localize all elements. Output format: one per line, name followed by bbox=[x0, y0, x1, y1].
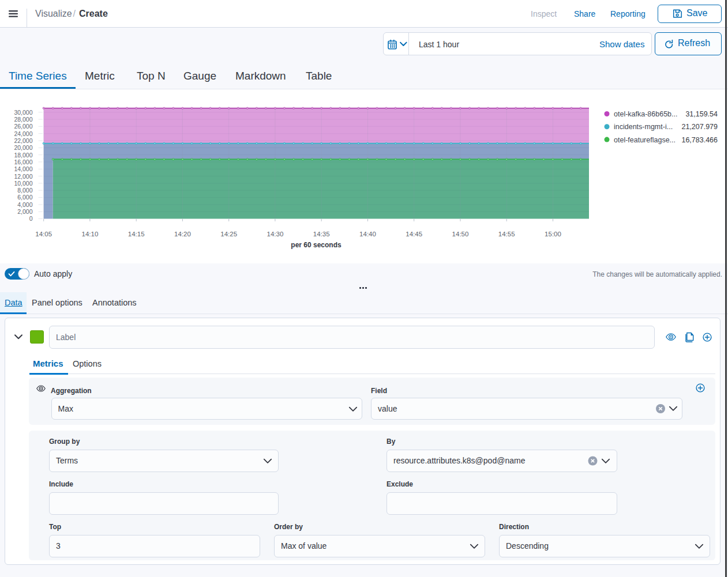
svg-text:6,000: 6,000 bbox=[17, 194, 32, 201]
svg-text:14:35: 14:35 bbox=[313, 231, 330, 237]
svg-text:8,000: 8,000 bbox=[17, 187, 32, 194]
svg-text:15:00: 15:00 bbox=[545, 231, 561, 237]
svg-text:20,000: 20,000 bbox=[14, 144, 32, 151]
svg-text:14:45: 14:45 bbox=[406, 231, 422, 237]
svg-text:14:20: 14:20 bbox=[174, 231, 191, 237]
svg-text:0: 0 bbox=[29, 215, 33, 222]
svg-text:14:25: 14:25 bbox=[220, 231, 237, 237]
svg-text:10,000: 10,000 bbox=[14, 180, 32, 187]
svg-text:per 60 seconds: per 60 seconds bbox=[291, 241, 342, 249]
svg-text:24,000: 24,000 bbox=[14, 130, 32, 137]
svg-text:30,000: 30,000 bbox=[14, 109, 32, 116]
svg-text:31,159.54: 31,159.54 bbox=[685, 110, 718, 118]
svg-text:18,000: 18,000 bbox=[14, 152, 32, 159]
svg-text:14:30: 14:30 bbox=[267, 231, 284, 237]
svg-text:14:05: 14:05 bbox=[35, 231, 52, 237]
svg-text:otel-kafka-86b65b...: otel-kafka-86b65b... bbox=[614, 110, 678, 118]
svg-text:14:10: 14:10 bbox=[82, 231, 99, 237]
svg-text:28,000: 28,000 bbox=[14, 116, 32, 123]
svg-text:14:55: 14:55 bbox=[498, 231, 515, 237]
svg-text:2,000: 2,000 bbox=[17, 208, 32, 215]
svg-text:4,000: 4,000 bbox=[17, 201, 32, 208]
svg-text:otel-featureflagse...: otel-featureflagse... bbox=[614, 136, 676, 144]
svg-text:22,000: 22,000 bbox=[14, 137, 32, 144]
svg-text:16,000: 16,000 bbox=[14, 159, 32, 165]
svg-text:14:15: 14:15 bbox=[128, 231, 145, 237]
svg-text:14:40: 14:40 bbox=[359, 231, 376, 237]
svg-text:incidents-mgmt-i...: incidents-mgmt-i... bbox=[614, 123, 673, 131]
svg-text:16,783.466: 16,783.466 bbox=[681, 136, 718, 144]
svg-text:21,207.979: 21,207.979 bbox=[681, 123, 718, 131]
svg-text:14,000: 14,000 bbox=[14, 165, 32, 172]
svg-text:14:50: 14:50 bbox=[452, 231, 469, 237]
svg-text:12,000: 12,000 bbox=[14, 173, 32, 180]
svg-text:26,000: 26,000 bbox=[14, 123, 32, 130]
